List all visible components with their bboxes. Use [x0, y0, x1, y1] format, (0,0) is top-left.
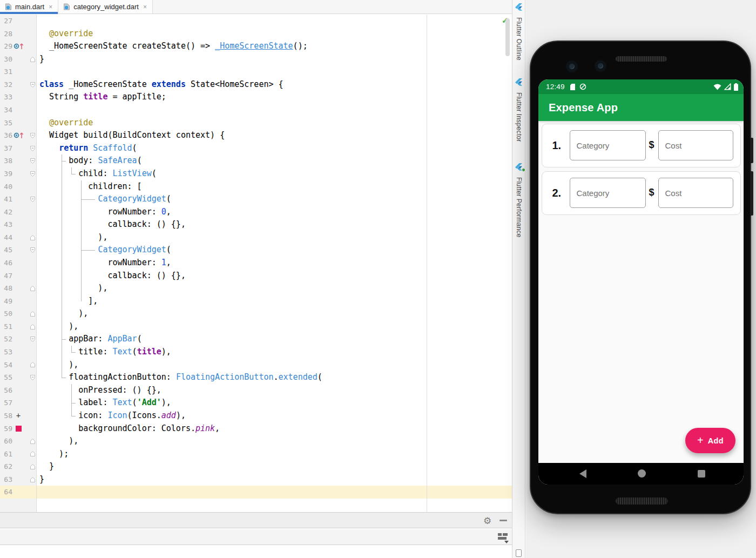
code-editor[interactable]: 2728 @override29 _HomeScreenState create… [0, 15, 512, 512]
color-swatch-pink[interactable] [16, 426, 22, 432]
dart-file-icon [5, 3, 12, 10]
gutter: 60 [0, 435, 36, 448]
tool-label: Flutter Inspector [515, 92, 523, 142]
code-line-57[interactable]: 57 label: Text('Add'), [0, 396, 512, 409]
code-line-51[interactable]: 51 ), [0, 320, 512, 333]
code-line-43[interactable]: 43 callback: () {}, [0, 218, 512, 231]
line-number: 60 [0, 435, 12, 448]
code-line-38[interactable]: 38 body: SafeArea( [0, 154, 512, 167]
fold-marker[interactable] [30, 56, 36, 63]
fold-marker[interactable] [30, 196, 36, 203]
gutter-separator [36, 15, 37, 512]
fold-marker[interactable] [30, 336, 36, 342]
tab-main.dart[interactable]: main.dart× [0, 0, 58, 14]
code-line-34[interactable]: 34 [0, 104, 512, 117]
code-line-37[interactable]: 37 return Scaffold( [0, 142, 512, 155]
code-line-31[interactable]: 31 [0, 65, 512, 78]
home-icon[interactable] [638, 469, 646, 478]
fold-marker[interactable] [30, 374, 36, 381]
code-line-58[interactable]: 58+ icon: Icon(Icons.add), [0, 409, 512, 422]
fold-marker[interactable] [30, 82, 36, 88]
tool-button-flutter-outline[interactable]: Flutter Outline [512, 3, 525, 60]
collapse-icon[interactable] [500, 520, 507, 521]
line-number: 57 [0, 396, 12, 409]
code-line-64[interactable]: 64 [0, 486, 512, 499]
code-line-62[interactable]: 62 } [0, 460, 512, 473]
dart-file-icon [63, 3, 70, 10]
fold-marker[interactable] [30, 361, 36, 368]
tab-category_widget.dart[interactable]: category_widget.dart× [58, 0, 153, 14]
fold-marker[interactable] [30, 171, 36, 177]
tab-close-icon[interactable]: × [49, 3, 52, 11]
code-line-35[interactable]: 35 @override [0, 117, 512, 130]
add-fab-button[interactable]: + Add [685, 428, 735, 453]
fold-marker[interactable] [30, 311, 36, 317]
fold-marker[interactable] [30, 476, 36, 483]
code-line-29[interactable]: 29 _HomeScreenState createState() => _Ho… [0, 40, 512, 53]
code-line-54[interactable]: 54 ), [0, 359, 512, 372]
gutter: 35 [0, 117, 36, 130]
code-line-48[interactable]: 48 ), [0, 282, 512, 295]
code-line-55[interactable]: 55 floatingActionButton: FloatingActionB… [0, 371, 512, 384]
tool-button-flutter-performance[interactable]: Flutter Performance [512, 163, 525, 238]
code-line-42[interactable]: 42 rowNumber: 0, [0, 206, 512, 219]
fold-marker[interactable] [30, 463, 36, 470]
editor-bottom-toolbar: ⚙ [0, 512, 512, 528]
fab-label: Add [708, 436, 724, 445]
category-input[interactable] [570, 130, 646, 160]
code-line-40[interactable]: 40 children: [ [0, 180, 512, 193]
gear-icon[interactable]: ⚙ [483, 515, 491, 527]
fold-marker[interactable] [30, 285, 36, 292]
editor-scrollbar[interactable] [505, 18, 510, 56]
code-line-52[interactable]: 52 appBar: AppBar( [0, 333, 512, 346]
fold-marker[interactable] [30, 247, 36, 253]
category-input[interactable] [570, 178, 646, 208]
tab-close-icon[interactable]: × [143, 3, 147, 11]
code-line-50[interactable]: 50 ), [0, 307, 512, 320]
fold-marker[interactable] [30, 132, 36, 139]
code-line-36[interactable]: 36 Widget build(BuildContext context) { [0, 129, 512, 142]
line-number: 50 [0, 307, 12, 320]
code-line-41[interactable]: 41 CategoryWidget( [0, 193, 512, 206]
fold-marker[interactable] [30, 145, 36, 152]
power-button[interactable] [750, 138, 753, 163]
code-line-32[interactable]: 32class _HomeScreenState extends State<H… [0, 78, 512, 91]
code-line-61[interactable]: 61 ); [0, 448, 512, 461]
line-number: 53 [0, 346, 12, 359]
tool-button-flutter-inspector[interactable]: Flutter Inspector [512, 78, 525, 142]
device-icon[interactable] [516, 549, 522, 557]
line-number: 64 [0, 486, 12, 499]
code-line-28[interactable]: 28 @override [0, 28, 512, 41]
cost-input[interactable] [658, 178, 733, 208]
code-line-45[interactable]: 45 CategoryWidget( [0, 244, 512, 257]
line-number: 33 [0, 91, 12, 104]
back-icon[interactable] [579, 469, 586, 478]
code-line-60[interactable]: 60 ), [0, 435, 512, 448]
fold-marker[interactable] [30, 438, 36, 445]
code-line-63[interactable]: 63} [0, 473, 512, 486]
code-line-39[interactable]: 39 child: ListView( [0, 167, 512, 180]
code-line-56[interactable]: 56 onPressed: () {}, [0, 384, 512, 397]
code-line-33[interactable]: 33 String title = appTitle; [0, 91, 512, 104]
fold-marker[interactable] [30, 234, 36, 241]
app-bar: Expense App [538, 94, 744, 121]
fold-marker[interactable] [30, 324, 36, 330]
code-line-47[interactable]: 47 callback: () {}, [0, 270, 512, 283]
code-line-59[interactable]: 59 backgroundColor: Colors.pink, [0, 422, 512, 435]
code-line-49[interactable]: 49 ], [0, 295, 512, 308]
code-line-46[interactable]: 46 rowNumber: 1, [0, 257, 512, 270]
code-line-30[interactable]: 30} [0, 53, 512, 66]
layout-icon[interactable] [498, 533, 508, 540]
layout-dropdown-arrow-icon[interactable] [504, 541, 509, 543]
android-nav-bar [538, 463, 744, 485]
code-line-44[interactable]: 44 ), [0, 231, 512, 244]
code-line-53[interactable]: 53 title: Text(title), [0, 346, 512, 359]
volume-button[interactable] [750, 171, 753, 216]
fold-marker[interactable] [30, 451, 36, 457]
android-phone-frame: 12:49 Expense App 1.$2.$ + [530, 41, 751, 514]
cost-input[interactable] [658, 130, 733, 160]
fold-marker[interactable] [30, 158, 36, 164]
line-number: 47 [0, 270, 12, 283]
recents-icon[interactable] [698, 470, 705, 478]
code-line-27[interactable]: 27 [0, 15, 512, 28]
